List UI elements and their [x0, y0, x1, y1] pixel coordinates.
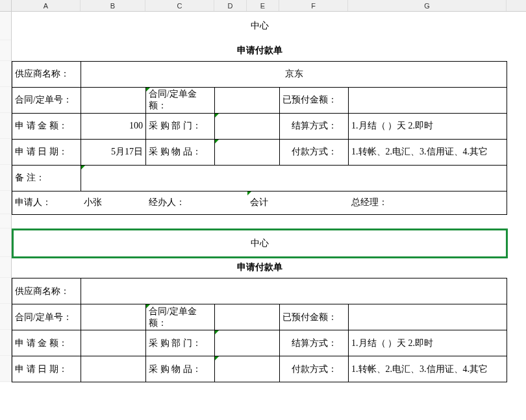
apply-date-label[interactable]: 申 请 日 期：: [12, 356, 81, 382]
settle-value[interactable]: 1.月结（ ）天 2.即时: [349, 330, 507, 356]
prepaid-value[interactable]: [349, 304, 507, 330]
dept-value[interactable]: [215, 330, 280, 356]
goods-value[interactable]: [215, 356, 280, 382]
handler-label[interactable]: 经办人：: [146, 191, 247, 214]
contract-amt-value[interactable]: [215, 304, 280, 330]
form-title[interactable]: 中心: [12, 12, 507, 40]
comment-indicator-icon: [81, 166, 85, 169]
apply-date-label[interactable]: 申 请 日 期：: [12, 139, 81, 165]
col-C[interactable]: C: [145, 0, 214, 11]
apply-amt-label[interactable]: 申 请 金 额：: [12, 113, 81, 139]
goods-label[interactable]: 采 购 物 品：: [146, 356, 215, 382]
comment-indicator-icon: [247, 191, 251, 195]
supplier-label[interactable]: 供应商名称：: [12, 278, 81, 304]
supplier-label[interactable]: 供应商名称：: [12, 61, 81, 87]
comment-indicator-icon: [215, 330, 219, 334]
goods-value[interactable]: [215, 139, 280, 165]
payment-form-2: 中心 申请付款单 供应商名称： 合同/定单号： 合同/定单金额： 已预付金额：: [12, 229, 507, 383]
applicant-label[interactable]: 申请人：: [12, 191, 81, 214]
apply-amt-label[interactable]: 申 请 金 额：: [12, 330, 81, 356]
col-F[interactable]: F: [279, 0, 348, 11]
comment-indicator-icon: [215, 114, 219, 117]
contract-amt-label[interactable]: 合同/定单金额：: [146, 304, 215, 330]
contract-amt-value[interactable]: [215, 87, 280, 113]
col-G[interactable]: G: [348, 0, 507, 11]
column-headers: A B C D E F G: [0, 0, 526, 12]
pay-method-label[interactable]: 付款方式：: [280, 356, 349, 382]
apply-amt-value[interactable]: 100: [81, 113, 146, 139]
contract-amt-label[interactable]: 合同/定单金额：: [146, 87, 215, 113]
form-title-selected[interactable]: 中心: [12, 229, 507, 258]
comment-indicator-icon: [146, 88, 150, 92]
row-numbers: [0, 12, 12, 382]
prepaid-label[interactable]: 已预付金额：: [280, 304, 349, 330]
prepaid-label[interactable]: 已预付金额：: [280, 87, 349, 113]
pay-method-label[interactable]: 付款方式：: [280, 139, 349, 165]
dept-label[interactable]: 采 购 部 门：: [146, 113, 215, 139]
form-subtitle[interactable]: 申请付款单: [12, 40, 507, 61]
blank-row[interactable]: [12, 215, 526, 229]
supplier-value[interactable]: 京东: [81, 61, 507, 87]
pay-method-value[interactable]: 1.转帐、2.电汇、3.信用证、4.其它: [349, 356, 507, 382]
form-subtitle[interactable]: 申请付款单: [12, 258, 507, 278]
goods-label[interactable]: 采 购 物 品：: [146, 139, 215, 165]
col-D[interactable]: D: [214, 0, 247, 11]
comment-indicator-icon: [215, 140, 219, 143]
dept-label[interactable]: 采 购 部 门：: [146, 330, 215, 356]
settle-label[interactable]: 结算方式：: [280, 330, 349, 356]
spreadsheet: A B C D E F G: [0, 0, 526, 382]
accountant-label[interactable]: 会计: [247, 191, 349, 214]
apply-date-value[interactable]: [81, 356, 146, 382]
supplier-value[interactable]: [81, 278, 507, 304]
apply-date-value[interactable]: 5月17日: [81, 139, 146, 165]
contract-no-label[interactable]: 合同/定单号：: [12, 304, 81, 330]
dept-value[interactable]: [215, 113, 280, 139]
contract-no-value[interactable]: [81, 304, 146, 330]
col-B[interactable]: B: [81, 0, 145, 11]
payment-form-1: 中心 申请付款单 供应商名称： 京东 合同/定单号： 合同/定单金额： 已预付金…: [12, 12, 507, 215]
apply-amt-value[interactable]: [81, 330, 146, 356]
settle-label[interactable]: 结算方式：: [280, 113, 349, 139]
pay-method-value[interactable]: 1.转帐、2.电汇、3.信用证、4.其它: [349, 139, 507, 165]
comment-indicator-icon: [146, 304, 150, 308]
comment-indicator-icon: [215, 356, 219, 360]
sheet-content: 中心 申请付款单 供应商名称： 京东 合同/定单号： 合同/定单金额： 已预付金…: [12, 12, 526, 382]
prepaid-value[interactable]: [349, 87, 507, 113]
manager-label[interactable]: 总经理：: [349, 191, 507, 214]
settle-value[interactable]: 1.月结（ ）天 2.即时: [349, 113, 507, 139]
applicant-value[interactable]: 小张: [81, 191, 146, 214]
contract-no-value[interactable]: [81, 87, 146, 113]
contract-no-label[interactable]: 合同/定单号：: [12, 87, 81, 113]
remark-value[interactable]: [81, 165, 507, 191]
remark-label[interactable]: 备 注：: [12, 165, 81, 191]
col-E[interactable]: E: [247, 0, 279, 11]
col-A[interactable]: A: [12, 0, 81, 11]
